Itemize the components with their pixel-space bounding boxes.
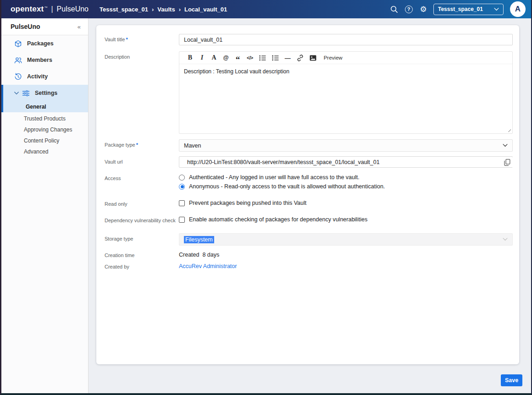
created-by-link[interactable]: AccuRev Administrator	[179, 261, 513, 269]
image-icon[interactable]	[310, 54, 316, 62]
logo-product: PulseUno	[57, 5, 89, 13]
help-icon[interactable]: ?	[404, 5, 413, 14]
access-row: Access Authenticated - Any logged in use…	[105, 173, 519, 191]
link-icon[interactable]	[297, 54, 304, 62]
package-type-label: Package type*	[105, 139, 179, 152]
settings-sliders-icon	[22, 89, 30, 97]
chevron-down-icon	[503, 144, 508, 147]
sidebar-item-settings[interactable]: Settings	[3, 85, 88, 101]
header-actions: ? ⚙ Tessst_space_01 A	[389, 1, 526, 17]
editor-toolbar: B I A @ “ </> —	[179, 52, 512, 64]
description-editor[interactable]: B I A @ “ </> —	[179, 51, 513, 134]
sidebar-item-approving-changes[interactable]: Approving Changes	[1, 124, 88, 135]
heading-icon[interactable]: A	[211, 54, 217, 62]
vault-url-input[interactable]	[179, 156, 513, 168]
sidebar-item-general[interactable]: General	[3, 101, 88, 112]
sidebar-item-label: Packages	[27, 40, 54, 47]
sidebar-item-packages[interactable]: Packages	[1, 35, 88, 52]
copy-icon[interactable]	[501, 157, 513, 167]
search-icon[interactable]	[389, 5, 399, 14]
sidebar-item-advanced[interactable]: Advanced	[1, 146, 88, 157]
logo-divider: |	[51, 5, 53, 13]
vault-title-label: Vault title*	[105, 34, 179, 45]
access-label: Access	[105, 173, 179, 191]
main-content: Vault title* Description B I A @	[89, 18, 531, 393]
italic-icon[interactable]: I	[199, 54, 205, 62]
mention-icon[interactable]: @	[223, 54, 229, 62]
access-option-label: Authenticated - Any logged in user will …	[189, 174, 360, 181]
breadcrumb: Tessst_space_01 › Vaults › Local_vault_0…	[100, 6, 227, 13]
avatar[interactable]: A	[510, 1, 526, 17]
checkbox-unchecked-icon[interactable]	[179, 217, 185, 223]
sidebar-settings-subitems: Trusted Products Approving Changes Conte…	[1, 112, 88, 160]
quote-icon[interactable]: “	[235, 54, 241, 62]
members-icon	[14, 56, 22, 64]
breadcrumb-vault[interactable]: Local_vault_01	[184, 6, 227, 13]
read-only-label: Read only	[105, 198, 179, 208]
description-row: Description B I A @ “ </>	[105, 51, 519, 134]
bullet-list-icon[interactable]	[272, 54, 279, 62]
chevron-down-icon	[14, 92, 19, 95]
dependency-check-label: Dependency vulnerability check	[105, 215, 179, 224]
logo: opentext ™ | PulseUno	[11, 5, 89, 14]
trademark-mark: ™	[44, 6, 47, 9]
package-type-select[interactable]: Maven	[179, 139, 513, 152]
dependency-check-row: Dependency vulnerability check Enable au…	[105, 215, 519, 224]
app-window: opentext ™ | PulseUno Tessst_space_01 › …	[0, 0, 532, 395]
sidebar: PulseUno « Packages Members Activity	[1, 18, 89, 393]
space-selector-value: Tessst_space_01	[438, 6, 483, 12]
description-textarea[interactable]: Description : Testing Local vault descri…	[179, 64, 512, 79]
resize-handle[interactable]	[506, 127, 511, 132]
ordered-list-icon[interactable]	[259, 54, 266, 62]
required-asterisk: *	[136, 142, 138, 148]
storage-type-label: Storage type	[105, 233, 179, 246]
collapse-sidebar-icon[interactable]: «	[78, 23, 81, 30]
breadcrumb-space[interactable]: Tessst_space_01	[100, 6, 148, 13]
space-selector-dropdown[interactable]: Tessst_space_01	[433, 4, 504, 15]
creation-time-value: Created 8 days	[179, 250, 513, 258]
description-label: Description	[105, 51, 179, 134]
access-option-anonymous: Anonymous - Read-only access to the vaul…	[179, 182, 513, 191]
package-type-row: Package type* Maven	[105, 139, 519, 152]
activity-history-icon	[14, 73, 22, 81]
creation-time-label: Creation time	[105, 250, 179, 258]
sidebar-item-content-policy[interactable]: Content Policy	[1, 135, 88, 146]
dependency-check-option-label: Enable automatic checking of packages fo…	[189, 216, 367, 223]
sidebar-title: PulseUno	[11, 23, 40, 30]
vault-title-input[interactable]	[179, 34, 513, 45]
access-option-authenticated: Authenticated - Any logged in user will …	[179, 173, 513, 182]
vault-url-row: Vault url	[105, 156, 519, 168]
app-header: opentext ™ | PulseUno Tessst_space_01 › …	[1, 0, 531, 18]
radio-unselected-icon[interactable]	[179, 175, 185, 181]
sidebar-settings-group: Settings General	[1, 85, 88, 112]
vault-title-row: Vault title*	[105, 34, 519, 45]
sidebar-item-members[interactable]: Members	[1, 52, 88, 68]
sidebar-item-label: Settings	[35, 90, 57, 96]
bold-icon[interactable]: B	[187, 54, 193, 62]
creation-time-row: Creation time Created 8 days	[105, 250, 519, 258]
read-only-row: Read only Prevent packages being pushed …	[105, 198, 519, 208]
breadcrumb-vaults[interactable]: Vaults	[157, 6, 175, 13]
radio-selected-icon[interactable]	[179, 184, 185, 190]
code-icon[interactable]: </>	[247, 54, 253, 62]
gear-icon[interactable]: ⚙	[419, 5, 428, 14]
sidebar-item-trusted-products[interactable]: Trusted Products	[1, 113, 88, 124]
storage-type-select[interactable]: Filesystem	[179, 233, 513, 246]
package-cube-icon	[14, 40, 22, 48]
read-only-option: Prevent packages being pushed into this …	[179, 198, 513, 208]
sidebar-item-label: Members	[27, 57, 52, 63]
access-option-label: Anonymous - Read-only access to the vaul…	[189, 183, 385, 190]
required-asterisk: *	[126, 37, 127, 42]
hr-icon[interactable]: —	[285, 54, 291, 62]
created-by-row: Created by AccuRev Administrator	[105, 261, 519, 270]
breadcrumb-separator-icon: ›	[179, 6, 181, 13]
checkbox-unchecked-icon[interactable]	[179, 200, 185, 206]
preview-button[interactable]: Preview	[324, 55, 343, 60]
sidebar-item-activity[interactable]: Activity	[1, 68, 88, 85]
chevron-down-icon	[494, 8, 499, 11]
sidebar-item-label: Activity	[27, 73, 48, 80]
logo-brand: opentext	[11, 5, 44, 14]
save-button[interactable]: Save	[501, 374, 522, 386]
chevron-down-icon	[503, 238, 508, 241]
vault-settings-form: Vault title* Description B I A @	[96, 25, 519, 364]
